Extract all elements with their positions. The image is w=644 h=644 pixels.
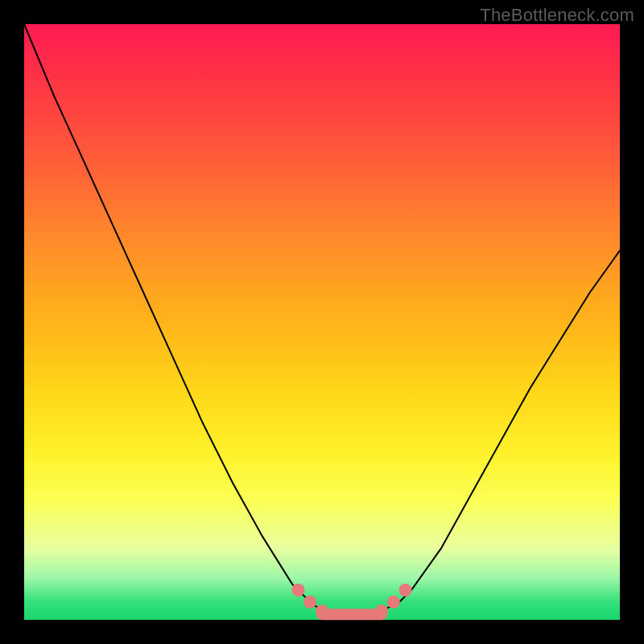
svg-point-2	[303, 596, 316, 609]
bottleneck-curve-svg	[24, 24, 620, 620]
svg-point-6	[399, 584, 412, 597]
svg-point-1	[291, 584, 304, 597]
bottleneck-curve	[24, 24, 620, 615]
chart-frame: TheBottleneck.com	[0, 0, 644, 644]
watermark-text: TheBottleneck.com	[480, 5, 634, 26]
curve-markers	[291, 584, 411, 617]
plot-area	[24, 24, 620, 620]
svg-point-5	[387, 596, 400, 609]
svg-point-3	[316, 605, 328, 617]
svg-point-4	[375, 605, 388, 617]
